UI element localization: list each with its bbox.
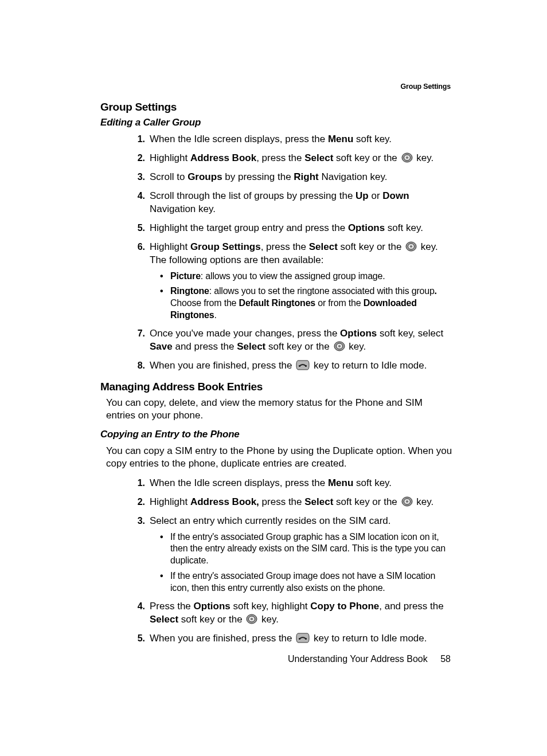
step-text: or	[369, 190, 383, 201]
document-page: Group Settings Group Settings Editing a …	[0, 0, 547, 756]
paragraph-copying: You can copy a SIM entry to the Phone by…	[106, 445, 452, 470]
step-text: Select an entry which currently resides …	[150, 515, 390, 526]
bullet-text: or from the	[315, 298, 364, 308]
end-key-icon	[296, 633, 310, 643]
svg-point-14	[405, 500, 408, 503]
sub-bullets: If the entry's associated Group graphic …	[160, 531, 452, 594]
bullet-text: .	[214, 310, 216, 320]
bullet-text: : allows you to set the ringtone associa…	[209, 286, 435, 296]
step-text: When the Idle screen displays, press the	[150, 134, 328, 144]
page-footer: Understanding Your Address Book 58	[288, 654, 451, 664]
ok-key-icon	[401, 496, 413, 507]
step-text: soft key or the	[265, 341, 332, 352]
step-number: 2.	[130, 496, 145, 508]
step-text: key.	[414, 496, 434, 507]
step-text: , and press the	[379, 601, 443, 612]
bold: Ringtone	[170, 286, 209, 296]
step-number: 4.	[130, 190, 145, 202]
bold: Groups	[187, 171, 222, 182]
bold: Select	[237, 341, 265, 352]
bold: Group Settings	[190, 241, 261, 252]
heading-editing-caller-group: Editing a Caller Group	[100, 117, 452, 128]
step-text: When the Idle screen displays, press the	[150, 477, 328, 488]
svg-point-17	[251, 618, 253, 620]
step-text: Highlight	[150, 496, 190, 507]
bullet-text: Choose from the	[170, 298, 239, 308]
step-text: Scroll to	[150, 171, 187, 182]
heading-copying-entry: Copying an Entry to the Phone	[100, 429, 452, 440]
step-text: key.	[346, 341, 366, 352]
step-5: 5. Highlight the target group entry and …	[130, 222, 452, 235]
step-text: Navigation key.	[150, 203, 216, 214]
ok-key-icon	[334, 341, 345, 351]
bold: Picture	[170, 271, 201, 281]
step-text: by pressing the	[222, 171, 294, 182]
step-1: 1. When the Idle screen displays, press …	[130, 133, 452, 146]
bold: Up	[355, 190, 369, 201]
bold: Select	[309, 241, 338, 252]
step-7: 7. Once you've made your changes, press …	[130, 327, 452, 354]
svg-rect-10	[299, 365, 300, 367]
svg-rect-11	[305, 365, 307, 367]
step-text: soft key or the	[333, 152, 400, 163]
bold: Address Book,	[190, 496, 259, 507]
bold-dot: .	[435, 286, 437, 296]
step-number: 3.	[130, 515, 145, 527]
heading-group-settings: Group Settings	[100, 101, 452, 113]
bullet-no-sim-icon: If the entry's associated Group image do…	[160, 570, 452, 594]
step-text: and press the	[173, 341, 237, 352]
heading-managing-entries: Managing Address Book Entries	[100, 381, 452, 393]
step-3: 3. Select an entry which currently resid…	[130, 515, 452, 594]
step-8: 8. When you are finished, press the key …	[130, 359, 452, 373]
svg-point-8	[338, 345, 340, 347]
bold: Select	[304, 496, 333, 507]
ok-key-icon	[405, 241, 417, 252]
step-text: key to return to Idle mode.	[311, 633, 427, 644]
step-text: soft key, select	[377, 328, 443, 339]
step-text: soft key.	[385, 222, 423, 233]
bold: Address Book	[190, 152, 256, 163]
step-text: soft key or the	[178, 614, 245, 625]
step-text: Press the	[150, 601, 194, 612]
step-number: 7.	[130, 327, 145, 340]
step-4: 4. Press the Options soft key, highlight…	[130, 600, 452, 626]
step-text: Highlight	[150, 152, 190, 163]
end-key-icon	[296, 360, 310, 370]
step-text: soft key, highlight	[230, 601, 311, 612]
step-text: soft key.	[353, 134, 392, 144]
step-text: key.	[414, 152, 434, 163]
sub-bullets: Picture: allows you to view the assigned…	[160, 271, 452, 322]
bold: Select	[150, 614, 178, 625]
step-number: 5.	[130, 632, 145, 645]
bold: Options	[194, 601, 230, 612]
bold: Down	[382, 190, 409, 201]
step-text: , press the	[256, 152, 304, 163]
bold: Options	[340, 328, 377, 339]
step-number: 1.	[130, 477, 145, 489]
bold: Default Ringtones	[239, 298, 316, 308]
step-text: Highlight	[150, 241, 190, 252]
step-number: 6.	[130, 241, 145, 253]
paragraph-managing: You can copy, delete, and view the memor…	[106, 397, 452, 422]
step-2: 2. Highlight Address Book, press the Sel…	[130, 496, 452, 509]
bullet-ringtone: Ringtone: allows you to set the ringtone…	[160, 285, 452, 321]
running-header: Group Settings	[401, 83, 451, 91]
bullet-picture: Picture: allows you to view the assigned…	[160, 271, 452, 283]
bold: Menu	[328, 134, 353, 144]
step-text: Highlight the target group entry and pre…	[150, 222, 348, 233]
step-number: 5.	[130, 222, 145, 234]
step-number: 3.	[130, 171, 145, 183]
step-text: Once you've made your changes, press the	[150, 328, 340, 339]
step-3: 3. Scroll to Groups by pressing the Righ…	[130, 171, 452, 184]
step-text: key to return to Idle mode.	[311, 360, 427, 371]
step-number: 8.	[130, 359, 145, 372]
step-number: 4.	[130, 600, 145, 613]
svg-rect-20	[305, 638, 307, 640]
step-text: When you are finished, press the	[150, 360, 295, 371]
bold: Copy to Phone	[310, 601, 379, 612]
bold: Right	[294, 171, 318, 182]
step-text: key.	[259, 614, 279, 625]
page-number: 58	[440, 654, 451, 664]
bold: Menu	[328, 477, 353, 488]
footer-section-title: Understanding Your Address Book	[288, 654, 428, 664]
